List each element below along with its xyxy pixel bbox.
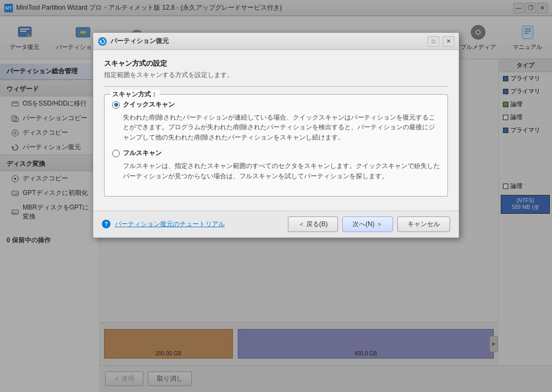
scan-method-groupbox: スキャン方式： クイックスキャン 失われた/削除されたパーティションが連続してい… xyxy=(104,94,448,197)
full-scan-radio[interactable] xyxy=(112,150,120,157)
quick-scan-label: クイックスキャン xyxy=(123,100,175,109)
dialog-footer: ? パーティション復元のチュートリアル ＜ 戻る(B) 次へ(N) ＞ キャンセ… xyxy=(93,211,459,237)
full-scan-label-row[interactable]: フルスキャン xyxy=(112,149,440,158)
dialog-heading: スキャン方式の設定 xyxy=(104,59,448,68)
partition-recovery-dialog: パーティション復元 □ ✕ スキャン方式の設定 指定範囲をスキャンする方式を設定… xyxy=(93,32,459,238)
full-scan-option: フルスキャン フルスキャンは、指定されたスキャン範囲のすべてのセクタをスキャンし… xyxy=(112,149,440,181)
back-button[interactable]: ＜ 戻る(B) xyxy=(288,216,338,232)
cancel-button[interactable]: キャンセル xyxy=(397,216,450,232)
help-icon: ? xyxy=(102,220,111,228)
dialog-body: スキャン方式の設定 指定範囲をスキャンする方式を設定します。 スキャン方式： ク… xyxy=(93,50,459,211)
quick-scan-radio[interactable] xyxy=(112,101,120,109)
svg-point-29 xyxy=(98,37,107,46)
quick-scan-option: クイックスキャン 失われた/削除されたパーティションが連続している場合、クイック… xyxy=(112,100,440,142)
full-scan-description: フルスキャンは、指定されたスキャン範囲のすべてのセクタをスキャンします。クイック… xyxy=(123,161,440,181)
quick-scan-label-row[interactable]: クイックスキャン xyxy=(112,100,440,109)
quick-scan-description: 失われた/削除されたパーティションが連続している場合、クイックスキャンはパーティ… xyxy=(123,113,440,142)
full-scan-label: フルスキャン xyxy=(123,149,162,158)
dialog-close-button[interactable]: ✕ xyxy=(443,36,454,47)
dialog-titlebar: パーティション復元 □ ✕ xyxy=(93,33,459,50)
dialog-overlay: パーティション復元 □ ✕ スキャン方式の設定 指定範囲をスキャンする方式を設定… xyxy=(0,0,552,392)
dialog-icon xyxy=(98,37,107,46)
groupbox-legend: スキャン方式： xyxy=(110,90,160,99)
dialog-title: パーティション復元 xyxy=(111,37,424,46)
dialog-maximize-button[interactable]: □ xyxy=(427,36,439,47)
next-button[interactable]: 次へ(N) ＞ xyxy=(342,216,393,232)
dialog-subheading: 指定範囲をスキャンする方式を設定します。 xyxy=(104,71,448,80)
help-link[interactable]: パーティション復元のチュートリアル xyxy=(115,220,225,229)
dialog-separator xyxy=(104,86,448,87)
